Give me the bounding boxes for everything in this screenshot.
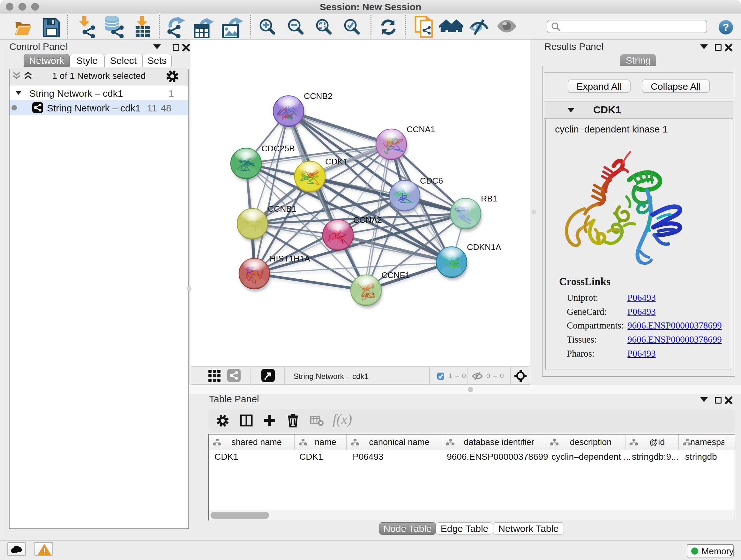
svg-text:CCNB2: CCNB2 — [304, 91, 333, 101]
svg-text:CDKN1A: CDKN1A — [467, 242, 501, 252]
svg-text:CDK1: CDK1 — [325, 157, 348, 166]
svg-text:HIST1H1A: HIST1H1A — [270, 254, 310, 263]
svg-text:CCNA1: CCNA1 — [407, 125, 435, 134]
svg-text:CCNB1: CCNB1 — [268, 204, 296, 213]
svg-text:CDC25B: CDC25B — [261, 144, 295, 153]
svg-text:RB1: RB1 — [481, 194, 497, 203]
svg-text:CDC6: CDC6 — [420, 176, 443, 186]
svg-text:CCNE1: CCNE1 — [381, 270, 410, 280]
svg-text:CCNA2: CCNA2 — [353, 215, 382, 225]
